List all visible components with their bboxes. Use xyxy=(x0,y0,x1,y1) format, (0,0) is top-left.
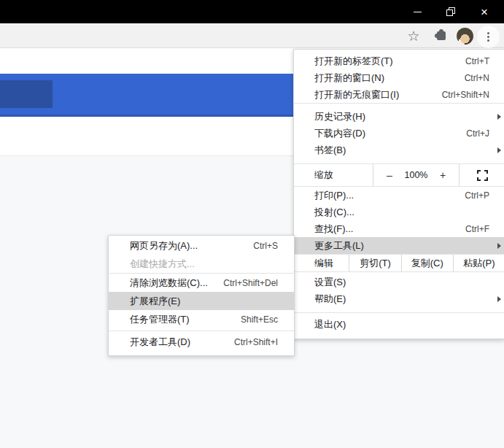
fullscreen-button[interactable] xyxy=(459,164,504,186)
browser-toolbar xyxy=(0,23,504,48)
close-icon: × xyxy=(481,6,488,18)
menu-item-shortcut: Ctrl+Shift+N xyxy=(442,90,489,100)
menu-item-label: 打开新的无痕窗口(I) xyxy=(314,88,442,101)
menu-kebab-button[interactable] xyxy=(477,26,500,48)
submenu-item-create-shortcut[interactable]: 创建快捷方式... xyxy=(109,255,294,273)
submenu-arrow-icon xyxy=(497,243,501,249)
zoom-in-button[interactable]: + xyxy=(437,169,449,181)
extensions-icon-body xyxy=(437,31,446,40)
menu-item-label: 书签(B) xyxy=(314,144,489,157)
menu-item-label: 打开新的窗口(N) xyxy=(314,72,465,85)
more-tools-submenu: 网页另存为(A)... Ctrl+S 创建快捷方式... 清除浏览数据(C)..… xyxy=(108,235,295,356)
menu-item-exit[interactable]: 退出(X) xyxy=(294,316,504,333)
menu-item-label: 设置(S) xyxy=(314,276,489,289)
cut-button[interactable]: 剪切(T) xyxy=(349,255,400,271)
extensions-icon[interactable] xyxy=(434,28,449,43)
menu-item-cast[interactable]: 投射(C)... xyxy=(294,204,504,220)
menu-item-new-window[interactable]: 打开新的窗口(N) Ctrl+N xyxy=(294,69,504,86)
submenu-item-clear-browsing-data[interactable]: 清除浏览数据(C)... Ctrl+Shift+Del xyxy=(109,274,294,292)
menu-item-shortcut: Ctrl+F xyxy=(465,224,489,234)
menu-item-help[interactable]: 帮助(E) xyxy=(294,290,504,307)
zoom-controls: – 100% + xyxy=(373,164,459,186)
menu-item-label: 投射(C)... xyxy=(314,206,489,219)
menu-item-label: 历史记录(H) xyxy=(314,110,489,123)
menu-item-shortcut: Ctrl+J xyxy=(466,128,489,139)
menu-item-label: 帮助(E) xyxy=(314,293,489,306)
menu-item-more-tools[interactable]: 更多工具(L) xyxy=(294,237,504,254)
menu-item-label: 开发者工具(D) xyxy=(130,336,234,349)
submenu-arrow-icon xyxy=(497,147,501,153)
page-blue-banner xyxy=(0,74,293,117)
submenu-item-developer-tools[interactable]: 开发者工具(D) Ctrl+Shift+I xyxy=(109,333,294,351)
menu-item-label: 退出(X) xyxy=(314,318,489,331)
submenu-item-extensions[interactable]: 扩展程序(E) xyxy=(109,292,294,310)
submenu-arrow-icon xyxy=(497,114,501,120)
submenu-arrow-icon xyxy=(497,296,501,302)
menu-item-label: 网页另存为(A)... xyxy=(130,239,253,252)
menu-item-downloads[interactable]: 下载内容(D) Ctrl+J xyxy=(294,125,504,142)
edit-label: 编辑 xyxy=(294,255,349,271)
zoom-label: 缩放 xyxy=(294,164,373,186)
zoom-level-value: 100% xyxy=(405,170,428,180)
menu-separator xyxy=(294,103,504,104)
menu-item-label: 创建快捷方式... xyxy=(130,258,278,271)
close-button[interactable]: × xyxy=(468,0,501,23)
bookmark-star-icon[interactable]: ☆ xyxy=(404,26,423,45)
copy-button[interactable]: 复制(C) xyxy=(401,255,453,271)
menu-item-shortcut: Ctrl+P xyxy=(465,190,489,201)
profile-avatar[interactable] xyxy=(457,28,473,45)
menu-zoom-row: 缩放 – 100% + xyxy=(294,164,504,187)
minimize-icon xyxy=(414,12,422,12)
zoom-out-button[interactable]: – xyxy=(384,169,395,181)
menu-item-new-tab[interactable]: 打开新的标签页(T) Ctrl+T xyxy=(294,53,504,69)
browser-window: × ☆ 打开新的标签页(T) Ctrl+T 打开新的窗口(N) Ctrl+N 打… xyxy=(0,0,504,448)
menu-item-incognito-window[interactable]: 打开新的无痕窗口(I) Ctrl+Shift+N xyxy=(294,86,504,103)
menu-item-label: 打开新的标签页(T) xyxy=(314,55,465,68)
menu-separator xyxy=(109,331,294,331)
paste-button[interactable]: 粘贴(P) xyxy=(453,255,504,271)
menu-item-label: 更多工具(L) xyxy=(314,239,489,252)
menu-item-label: 下载内容(D) xyxy=(314,127,466,140)
menu-item-settings[interactable]: 设置(S) xyxy=(294,274,504,290)
menu-item-label: 任务管理器(T) xyxy=(130,313,241,326)
menu-item-find[interactable]: 查找(F)... Ctrl+F xyxy=(294,220,504,237)
submenu-item-task-manager[interactable]: 任务管理器(T) Shift+Esc xyxy=(109,310,294,328)
restore-button[interactable] xyxy=(434,0,468,23)
menu-item-shortcut: Ctrl+Shift+Del xyxy=(223,278,278,288)
menu-item-shortcut: Ctrl+S xyxy=(253,241,278,251)
menu-edit-row: 编辑 剪切(T) 复制(C) 粘贴(P) xyxy=(294,255,504,271)
menu-item-history[interactable]: 历史记录(H) xyxy=(294,108,504,125)
menu-item-shortcut: Ctrl+N xyxy=(465,73,489,83)
minimize-button[interactable] xyxy=(400,0,434,23)
menu-item-label: 查找(F)... xyxy=(314,223,465,236)
menu-item-shortcut: Ctrl+T xyxy=(465,56,489,66)
chrome-menu: 打开新的标签页(T) Ctrl+T 打开新的窗口(N) Ctrl+N 打开新的无… xyxy=(293,49,504,339)
restore-icon xyxy=(446,7,455,16)
fullscreen-icon xyxy=(477,170,488,181)
menu-item-shortcut: Shift+Esc xyxy=(241,314,278,325)
menu-item-label: 扩展程序(E) xyxy=(130,295,278,308)
kebab-icon xyxy=(487,36,489,38)
menu-item-bookmarks[interactable]: 书签(B) xyxy=(294,142,504,158)
menu-item-label: 打印(P)... xyxy=(314,189,465,202)
menu-item-shortcut: Ctrl+Shift+I xyxy=(234,337,278,347)
submenu-item-save-page-as[interactable]: 网页另存为(A)... Ctrl+S xyxy=(109,236,294,255)
menu-item-label: 清除浏览数据(C)... xyxy=(130,277,223,290)
menu-item-print[interactable]: 打印(P)... Ctrl+P xyxy=(294,187,504,204)
window-titlebar: × xyxy=(0,0,504,23)
page-blue-banner-block xyxy=(0,80,53,108)
